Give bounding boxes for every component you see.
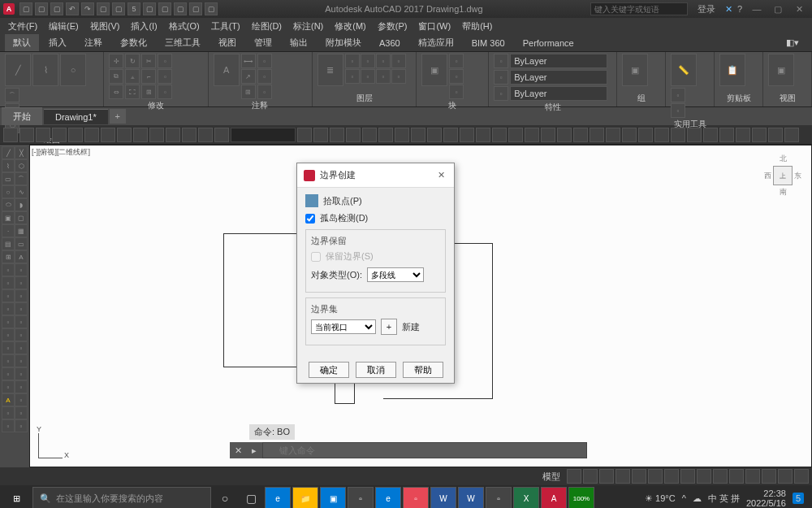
tool-line-icon[interactable]: ╱ <box>2 146 15 159</box>
tb-btn[interactable] <box>638 128 653 142</box>
qat-btn[interactable]: ▢ <box>143 2 156 15</box>
store-icon[interactable]: ▣ <box>320 487 346 508</box>
qat-open-icon[interactable]: ▢ <box>35 2 48 15</box>
tray-chevron-icon[interactable]: ^ <box>682 493 686 503</box>
tb-btn[interactable] <box>525 128 539 142</box>
insert-block-icon[interactable]: ▣ <box>421 54 447 86</box>
tool-icon[interactable]: ▫ <box>2 302 15 315</box>
sb-snap-icon[interactable] <box>583 469 598 484</box>
notification-icon[interactable]: 5 <box>793 493 804 504</box>
login-link[interactable]: 登录 <box>693 3 720 15</box>
autocad-icon[interactable]: A <box>541 487 567 508</box>
object-type-select[interactable]: 多段线 <box>367 267 424 282</box>
lineweight-combo[interactable]: ByLayer <box>510 86 607 101</box>
menu-tools[interactable]: 工具(T) <box>206 19 245 34</box>
sb-transp-icon[interactable] <box>680 469 695 484</box>
tb-btn[interactable] <box>541 128 555 142</box>
tool-icon[interactable]: ▫ <box>2 367 15 380</box>
vc-south[interactable]: 南 <box>780 187 787 198</box>
tb-btn[interactable] <box>36 128 50 142</box>
util-icon[interactable]: ▫ <box>671 88 685 102</box>
tb-btn[interactable] <box>622 128 637 142</box>
tool-icon[interactable]: ▫ <box>15 367 28 380</box>
sb-btn[interactable] <box>713 469 728 484</box>
tb-btn[interactable] <box>313 128 328 142</box>
tb-btn[interactable] <box>133 128 148 142</box>
sb-polar-icon[interactable] <box>615 469 630 484</box>
layer-tool-icon[interactable]: ▫ <box>376 69 391 84</box>
tb-btn[interactable] <box>378 128 393 142</box>
help-button[interactable]: 帮助 <box>403 362 443 378</box>
tool-hatch-icon[interactable]: ▦ <box>15 224 28 237</box>
tool-point-icon[interactable]: · <box>2 224 15 237</box>
ribbon-tab-manage[interactable]: 管理 <box>246 34 280 51</box>
sb-btn[interactable] <box>745 469 760 484</box>
word-icon[interactable]: W <box>430 487 456 508</box>
tool-insert-icon[interactable]: ▣ <box>2 211 15 224</box>
scale-tool-icon[interactable]: ⛶ <box>125 85 140 99</box>
layer-tool-icon[interactable]: ▫ <box>361 54 375 68</box>
qat-redo-icon[interactable]: ↷ <box>81 2 94 15</box>
app-icon[interactable]: ▫ <box>486 487 512 508</box>
sb-btn[interactable] <box>794 469 809 484</box>
ribbon-tab-output[interactable]: 输出 <box>282 34 316 51</box>
menu-edit[interactable]: 编辑(E) <box>44 19 84 34</box>
tool-icon[interactable]: ▫ <box>15 406 28 419</box>
tool-icon[interactable]: ▫ <box>15 276 28 289</box>
sb-btn[interactable] <box>729 469 744 484</box>
tool-icon[interactable]: ▫ <box>15 354 28 367</box>
tb-btn[interactable] <box>101 128 115 142</box>
measure-tool-icon[interactable]: 📏 <box>671 54 697 86</box>
tb-btn[interactable] <box>752 128 767 142</box>
arc-tool-icon[interactable]: ⌒ <box>5 88 19 102</box>
modify-tool-icon[interactable]: ▫ <box>158 54 172 68</box>
tb-btn[interactable] <box>182 128 197 142</box>
menu-parametric[interactable]: 参数(P) <box>373 19 412 34</box>
tool-icon[interactable]: ▫ <box>2 276 15 289</box>
polyline-tool-icon[interactable]: ⌇ <box>32 54 58 86</box>
tb-btn[interactable] <box>443 128 458 142</box>
dialog-close-icon[interactable]: ✕ <box>434 169 447 182</box>
taskview-icon[interactable]: ▢ <box>239 487 263 508</box>
menu-file[interactable]: 文件(F) <box>3 19 42 34</box>
sb-cycle-icon[interactable] <box>697 469 711 484</box>
tb-btn[interactable] <box>214 128 229 142</box>
clock[interactable]: 22:38 2022/5/16 <box>746 488 786 508</box>
tool-pline-icon[interactable]: ⌇ <box>2 159 15 172</box>
tb-btn[interactable] <box>297 128 312 142</box>
boundary-set-select[interactable]: 当前视口 <box>311 319 376 334</box>
tool-text-icon[interactable]: A <box>2 393 15 406</box>
cmd-expand-icon[interactable]: ▸ <box>246 442 262 458</box>
tb-btn[interactable] <box>149 128 164 142</box>
qat-btn[interactable]: ▢ <box>189 2 202 15</box>
sb-btn[interactable] <box>762 469 776 484</box>
tb-btn[interactable] <box>117 128 132 142</box>
tb-btn[interactable] <box>68 128 83 142</box>
tool-circle-icon[interactable]: ○ <box>2 185 15 198</box>
tb-btn[interactable] <box>671 128 685 142</box>
ribbon-tab-a360[interactable]: A360 <box>371 36 408 50</box>
menu-format[interactable]: 格式(O) <box>164 19 205 34</box>
app-logo-icon[interactable]: A <box>3 3 15 15</box>
taskbar-search[interactable]: 🔍 在这里输入你要搜索的内容 <box>32 487 211 508</box>
layer-input[interactable] <box>231 128 296 142</box>
tool-mtext-icon[interactable]: A <box>15 250 28 263</box>
view-tool-icon[interactable]: ▣ <box>768 54 794 86</box>
annotate-tool-icon[interactable]: ▫ <box>257 54 272 68</box>
new-boundary-icon[interactable]: + <box>381 319 397 335</box>
qat-btn[interactable]: ▢ <box>174 2 187 15</box>
layer-tool-icon[interactable]: ▫ <box>391 54 406 68</box>
linetype-combo[interactable]: ByLayer <box>510 70 607 85</box>
qat-save-icon[interactable]: ▢ <box>50 2 63 15</box>
tool-icon[interactable]: ▫ <box>15 328 28 341</box>
copy-tool-icon[interactable]: ⧉ <box>109 69 123 84</box>
tool-icon[interactable]: ▫ <box>2 380 15 393</box>
text-tool-icon[interactable]: A <box>214 54 240 86</box>
tb-btn[interactable] <box>362 128 377 142</box>
tool-gradient-icon[interactable]: ▤ <box>2 237 15 250</box>
exchange-icon[interactable]: ✕ <box>725 4 732 15</box>
edge-icon[interactable]: e <box>265 487 291 508</box>
rotate-tool-icon[interactable]: ↻ <box>125 54 140 68</box>
start-button[interactable]: ⊞ <box>2 487 31 508</box>
word2-icon[interactable]: W <box>458 487 484 508</box>
